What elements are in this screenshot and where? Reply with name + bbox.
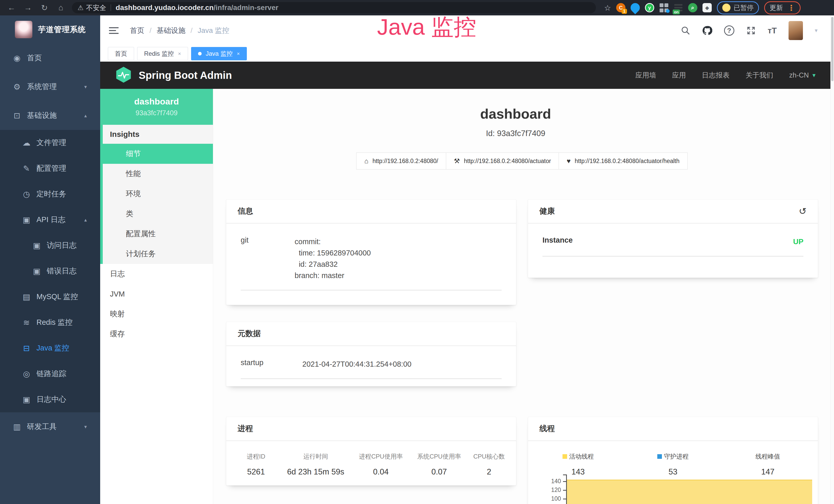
page-scrollbar[interactable] xyxy=(830,16,834,504)
column-header: 进程ID xyxy=(233,452,280,461)
collapse-menu-icon[interactable] xyxy=(109,27,119,34)
tab-home[interactable]: 首页 xyxy=(108,47,134,60)
sidebar-item-label: 日志中心 xyxy=(37,394,66,405)
forward-icon[interactable]: → xyxy=(21,3,36,12)
extension-colorpicker-icon[interactable]: C1 xyxy=(616,3,626,12)
sidebar-item-job[interactable]: ◷ 定时任务 xyxy=(0,181,100,207)
sidebar-item-home[interactable]: ◉ 首页 xyxy=(0,44,100,72)
sidebar-item-java[interactable]: ⊟ Java 监控 xyxy=(0,335,100,361)
legend-label: 守护进程 xyxy=(664,452,688,461)
search-icon[interactable] xyxy=(681,26,690,35)
divider xyxy=(241,379,502,379)
browser-menu-icon[interactable]: ⋮ xyxy=(788,3,795,12)
sidebar-item-label: 链路追踪 xyxy=(37,369,66,379)
help-icon[interactable]: ? xyxy=(724,25,734,36)
metadata-value: 2021-04-27T00:44:31.254+08:00 xyxy=(302,359,502,370)
sba-item-classes[interactable]: 类 xyxy=(103,204,213,224)
tab-java[interactable]: Java 监控 × xyxy=(191,47,247,60)
sba-item-mappings[interactable]: 映射 xyxy=(100,304,213,324)
health-url-button[interactable]: ♥ http://192.168.0.2:48080/actuator/heal… xyxy=(559,153,687,169)
sidebar-item-mysql[interactable]: ▤ MySQL 监控 xyxy=(0,284,100,310)
sba-nav-applications[interactable]: 应用 xyxy=(672,71,686,80)
column-header: CPU核心数 xyxy=(468,452,510,461)
system-cpu: 0.07 xyxy=(410,467,468,477)
sba-item-caches[interactable]: 缓存 xyxy=(100,324,213,344)
back-icon[interactable]: ← xyxy=(4,3,19,12)
font-size-icon[interactable]: тT xyxy=(768,26,777,36)
sidebar-item-devtools[interactable]: ▥ 研发工具 ▾ xyxy=(0,412,100,441)
github-icon[interactable] xyxy=(702,25,712,36)
edit-icon: ✎ xyxy=(21,164,32,173)
close-icon[interactable]: × xyxy=(178,51,181,57)
breadcrumb-item[interactable]: 基础设施 xyxy=(157,26,185,36)
wrench-icon: ⚒ xyxy=(454,157,460,165)
close-icon[interactable]: × xyxy=(237,51,240,57)
sidebar-item-config[interactable]: ✎ 配置管理 xyxy=(0,156,100,181)
column-header: 进程CPU使用率 xyxy=(352,452,410,461)
sidebar-item-file[interactable]: ☁ 文件管理 xyxy=(0,130,100,156)
fullscreen-icon[interactable] xyxy=(746,26,756,36)
infra-submenu: ☁ 文件管理 ✎ 配置管理 ◷ 定时任务 ▣ API 日志 ▴ ▣ 访问日志 ▣ xyxy=(0,130,100,412)
sidebar-item-label: Redis 监控 xyxy=(37,317,72,328)
scrollbar-thumb[interactable] xyxy=(831,17,833,81)
tab-label: 首页 xyxy=(115,49,127,58)
service-url-button[interactable]: ⌂ http://192.168.0.2:48080/ xyxy=(356,153,446,169)
sba-language-select[interactable]: zh-CN ▾ xyxy=(789,71,815,79)
sidebar-item-access-log[interactable]: ▣ 访问日志 xyxy=(0,233,100,258)
history-icon[interactable]: ↺ xyxy=(799,206,807,217)
sba-instance-header[interactable]: dashboard 93a3fc7f7409 xyxy=(100,89,213,125)
bookmark-star-icon[interactable]: ☆ xyxy=(604,3,611,12)
profile-paused-badge[interactable]: 已暂停 xyxy=(717,1,759,15)
sba-item-logs[interactable]: 日志 xyxy=(100,264,213,284)
sba-item-metrics[interactable]: 性能 xyxy=(103,164,213,184)
sba-item-scheduled-tasks[interactable]: 计划任务 xyxy=(103,244,213,264)
process-uptime: 6d 23h 15m 59s xyxy=(280,467,352,477)
extension-grid-icon[interactable] xyxy=(659,3,668,12)
chrome-update-button[interactable]: 更新 ⋮ xyxy=(764,1,800,15)
sidebar-item-log-center[interactable]: ▣ 日志中心 xyxy=(0,387,100,412)
sidebar-item-error-log[interactable]: ▣ 错误日志 xyxy=(0,258,100,284)
sba-title[interactable]: Spring Boot Admin xyxy=(139,70,232,81)
browser-chrome: ← → ↻ ⌂ ⚠ 不安全 dashboard.yudao.iocoder.cn… xyxy=(0,0,834,16)
sba-nav-journal[interactable]: 日志报表 xyxy=(702,71,729,80)
sba-nav-about[interactable]: 关于我们 xyxy=(745,71,773,80)
home-icon[interactable]: ⌂ xyxy=(53,3,68,12)
sba-navbar: Spring Boot Admin 应用墙 应用 日志报表 关于我们 zh-CN… xyxy=(100,62,834,89)
extension-leaf-icon[interactable]: ⌕ xyxy=(688,3,697,12)
process-pid: 5261 xyxy=(233,467,280,477)
legend-label: 活动线程 xyxy=(569,452,594,461)
extension-pin-icon[interactable] xyxy=(629,1,642,15)
sidebar-item-label: 基础设施 xyxy=(27,110,57,121)
chevron-up-icon: ▴ xyxy=(84,217,87,223)
sidebar-item-system[interactable]: ⚙ 系统管理 ▾ xyxy=(0,72,100,101)
health-status-badge: UP xyxy=(673,236,804,247)
sidebar-item-trace[interactable]: ◎ 链路追踪 xyxy=(0,361,100,387)
extension-switch-icon[interactable]: on xyxy=(674,3,683,12)
sba-item-details[interactable]: 细节 xyxy=(103,144,213,164)
sidebar-item-api-log[interactable]: ▣ API 日志 ▴ xyxy=(0,207,100,233)
avatar[interactable] xyxy=(789,21,803,40)
column-header: 系统CPU使用率 xyxy=(410,452,468,461)
breadcrumb-item[interactable]: 首页 xyxy=(130,26,144,36)
extensions-puzzle-icon[interactable]: ◆ xyxy=(702,3,712,12)
security-label[interactable]: 不安全 xyxy=(86,3,106,12)
gear-icon: ⚙ xyxy=(12,82,22,92)
sba-nav-wallboard[interactable]: 应用墙 xyxy=(635,71,656,80)
sidebar-item-redis[interactable]: ≋ Redis 监控 xyxy=(0,310,100,335)
sba-item-jvm[interactable]: JVM xyxy=(100,284,213,304)
sba-item-config-props[interactable]: 配置属性 xyxy=(103,224,213,244)
extension-y-icon[interactable]: y xyxy=(645,3,654,12)
reload-icon[interactable]: ↻ xyxy=(37,3,52,13)
column-header: 运行时间 xyxy=(280,452,352,461)
tab-redis[interactable]: Redis 监控 × xyxy=(137,47,188,60)
brand-header[interactable]: 芋道管理系统 xyxy=(0,16,100,44)
briefcase-icon: ▥ xyxy=(12,422,22,432)
sba-item-environment[interactable]: 环境 xyxy=(103,184,213,204)
actuator-url-button[interactable]: ⚒ http://192.168.0.2:48080/actuator xyxy=(446,153,559,169)
sidebar-item-infra[interactable]: ⊡ 基础设施 ▴ xyxy=(0,101,100,130)
chevron-down-icon[interactable]: ▾ xyxy=(815,27,817,34)
address-bar[interactable]: ⚠ 不安全 dashboard.yudao.iocoder.cn /infra/… xyxy=(72,2,596,13)
sidebar-item-label: 错误日志 xyxy=(47,266,76,276)
sba-logo-icon[interactable] xyxy=(115,66,132,84)
monitor-chart-icon: ⊡ xyxy=(12,111,22,120)
